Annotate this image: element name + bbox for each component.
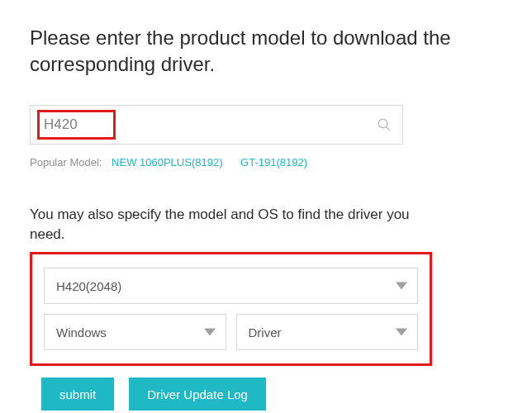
select-block-highlight: H420(2048) Windows Driver: [30, 252, 432, 366]
search-input[interactable]: [30, 105, 403, 145]
chevron-down-icon: [396, 329, 407, 336]
model-select-value: H420(2048): [56, 279, 121, 293]
os-select-value: Windows: [56, 325, 107, 339]
type-select[interactable]: Driver: [236, 314, 419, 350]
chevron-down-icon: [396, 282, 407, 290]
os-select[interactable]: Windows: [44, 314, 226, 350]
search-icon[interactable]: [377, 117, 392, 132]
model-select[interactable]: H420(2048): [44, 268, 418, 304]
type-select-value: Driver: [249, 325, 282, 339]
driver-update-log-button[interactable]: Driver Update Log: [129, 377, 266, 411]
specify-instruction: You may also specify the model and OS to…: [30, 205, 426, 244]
page-heading: Please enter the product model to downlo…: [30, 25, 502, 78]
submit-button[interactable]: submit: [41, 377, 114, 411]
popular-link-1060plus[interactable]: NEW 1060PLUS(8192): [112, 156, 222, 169]
svg-point-0: [378, 119, 387, 128]
button-row: submit Driver Update Log: [41, 377, 502, 411]
svg-line-1: [386, 126, 390, 131]
popular-link-gt191[interactable]: GT-191(8192): [240, 156, 307, 169]
search-container: [30, 105, 403, 145]
popular-model-row: Popular Model: NEW 1060PLUS(8192) GT-191…: [30, 156, 502, 169]
popular-label: Popular Model:: [30, 156, 102, 169]
chevron-down-icon: [204, 329, 216, 336]
